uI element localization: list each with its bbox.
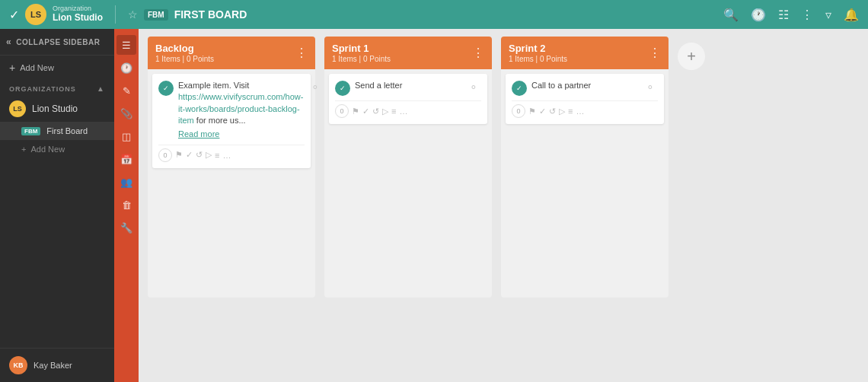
card-redo3-icon[interactable]: ↺ [549, 107, 556, 116]
sidebar-org-name: Lion Studio [32, 103, 78, 114]
board-badge: FBM [144, 9, 168, 21]
board-title: FIRST BOARD [174, 8, 247, 21]
card-more2-icon[interactable]: … [399, 107, 407, 116]
sidebar-add-new-button[interactable]: + Add New [0, 56, 114, 80]
rail-pencil-icon[interactable]: ✎ [116, 81, 136, 100]
column-body-sprint2: ✓ Call to a partner ⚬ 0 ⚑ ✓ ↺ ▷ ≡ … [501, 69, 669, 298]
board-area: Backlog 1 Items | 0 Points ⋮ ✓ Example i… [139, 29, 868, 382]
user-name: Kay Baker [34, 361, 72, 370]
column-header-left-backlog: Backlog 1 Items | 0 Points [155, 43, 214, 63]
card-icon-sprint1-0: ✓ [335, 81, 350, 96]
sidebar-org-item[interactable]: LS Lion Studio [0, 96, 114, 122]
add-column-button[interactable]: + [678, 43, 705, 70]
collapse-arrows-icon: « [6, 37, 11, 47]
navbar: ✓ LS Organization Lion Studio ☆ FBM FIRS… [0, 0, 868, 29]
rail-tools-icon[interactable]: 🔧 [116, 218, 136, 237]
card-points-sprint1-0: 0 [335, 104, 349, 118]
plus-icon: + [9, 62, 15, 74]
card-text-suffix: for more us... [196, 116, 246, 125]
card-check2-icon[interactable]: ✓ [362, 107, 369, 116]
card-text-sprint2-0: Call to a partner [531, 80, 638, 91]
column-header-backlog: Backlog 1 Items | 0 Points ⋮ [148, 37, 315, 69]
card-check3-icon[interactable]: ✓ [539, 107, 546, 116]
user-row: KB Kay Baker [0, 348, 114, 382]
card-footer-sprint1-0: 0 ⚑ ✓ ↺ ▷ ≡ … [335, 100, 481, 118]
column-menu-sprint1[interactable]: ⋮ [472, 46, 484, 60]
card-more-icon[interactable]: … [222, 151, 231, 160]
column-title-backlog: Backlog [155, 43, 214, 54]
sidebar-add-board-button[interactable]: + Add New [0, 140, 114, 158]
add-column-icon: + [687, 48, 696, 65]
org-initials: LS [30, 10, 41, 19]
card-assign-backlog-0[interactable]: ⚬ [308, 80, 323, 95]
org-name: Lion Studio [53, 12, 103, 23]
card-text-sprint1-0: Send a letter [355, 80, 461, 91]
sidebar-board-item-first[interactable]: FBM First Board [0, 122, 114, 140]
card-redo2-icon[interactable]: ↺ [372, 107, 379, 116]
sidebar-add-new-label: Add New [20, 63, 54, 72]
star-icon[interactable]: ☆ [128, 8, 138, 21]
bell-icon[interactable]: 🔔 [844, 8, 859, 22]
card-header-sprint1-0: ✓ Send a letter ⚬ [335, 80, 481, 96]
card-text-prefix: Example item. Visit [178, 81, 249, 90]
checkmark-icon: ✓ [9, 8, 19, 22]
card-footer-sprint2-0: 0 ⚑ ✓ ↺ ▷ ≡ … [512, 100, 658, 118]
card-more3-icon[interactable]: … [576, 107, 584, 116]
card-list2-icon[interactable]: ≡ [391, 107, 396, 116]
rail-clock-icon[interactable]: 🕐 [116, 58, 136, 78]
column-menu-sprint2[interactable]: ⋮ [649, 46, 661, 60]
card-play-icon[interactable]: ▷ [206, 150, 212, 160]
org-info: Organization Lion Studio [53, 5, 103, 23]
card-play3-icon[interactable]: ▷ [559, 107, 565, 116]
list-icon[interactable]: ☷ [778, 8, 789, 22]
card-backlog-0: ✓ Example item. Visit https://www.vivify… [152, 74, 311, 168]
column-header-sprint2: Sprint 2 1 Items | 0 Points ⋮ [501, 37, 669, 69]
more-icon[interactable]: ⋮ [801, 8, 813, 22]
column-header-left-sprint2: Sprint 2 1 Items | 0 Points [509, 43, 567, 63]
card-list-icon[interactable]: ≡ [215, 151, 219, 160]
card-assign-sprint1-0[interactable]: ⚬ [466, 80, 481, 95]
navbar-right: 🔍 🕐 ☷ ⋮ ▿ 🔔 [723, 8, 859, 22]
user-avatar: KB [9, 356, 27, 374]
column-header-sprint1: Sprint 1 1 Items | 0 Points ⋮ [324, 37, 492, 69]
card-assign-sprint2-0[interactable]: ⚬ [643, 80, 658, 95]
card-flag2-icon[interactable]: ⚑ [352, 107, 359, 116]
clock-icon[interactable]: 🕐 [751, 8, 766, 22]
card-sprint2-0: ✓ Call to a partner ⚬ 0 ⚑ ✓ ↺ ▷ ≡ … [506, 74, 664, 124]
organizations-label: ORGANIZATIONS [9, 85, 76, 93]
chevron-up-icon: ▲ [97, 84, 105, 93]
card-redo-icon[interactable]: ↺ [196, 150, 203, 160]
sidebar-add-board-label: Add New [30, 145, 65, 154]
rail-users-icon[interactable]: 👥 [116, 172, 136, 192]
rail-box-icon[interactable]: ◫ [116, 126, 136, 146]
sidebar-bottom: KB Kay Baker [0, 348, 114, 382]
search-icon[interactable]: 🔍 [723, 8, 739, 22]
column-title-sprint1: Sprint 1 [332, 43, 391, 54]
card-header-sprint2-0: ✓ Call to a partner ⚬ [512, 80, 658, 96]
column-backlog: Backlog 1 Items | 0 Points ⋮ ✓ Example i… [148, 37, 315, 298]
column-header-left-sprint1: Sprint 1 1 Items | 0 Points [332, 43, 391, 63]
card-flag3-icon[interactable]: ⚑ [528, 107, 536, 116]
icon-rail: ☰ 🕐 ✎ 📎 ◫ 📅 👥 🗑 🔧 [114, 29, 139, 382]
rail-calendar-icon[interactable]: 📅 [116, 149, 136, 169]
filter-icon[interactable]: ▿ [825, 8, 831, 22]
card-text-backlog-0: Example item. Visit https://www.vivifysc… [178, 80, 303, 140]
nav-divider [115, 5, 116, 24]
card-list3-icon[interactable]: ≡ [568, 107, 573, 116]
card-play2-icon[interactable]: ▷ [382, 107, 388, 116]
card-icon-backlog-0: ✓ [158, 81, 174, 96]
card-footer-backlog-0: 0 ⚑ ✓ ↺ ▷ ≡ … [158, 145, 305, 162]
organizations-section: ORGANIZATIONS ▲ [0, 80, 114, 96]
rail-paperclip-icon[interactable]: 📎 [116, 103, 136, 123]
rail-bars-icon[interactable]: ☰ [116, 35, 136, 55]
column-menu-backlog[interactable]: ⋮ [295, 46, 308, 60]
collapse-sidebar-button[interactable]: « COLLAPSE SIDEBAR [0, 29, 114, 56]
card-sprint1-0: ✓ Send a letter ⚬ 0 ⚑ ✓ ↺ ▷ ≡ … [329, 74, 487, 124]
rail-trash-icon[interactable]: 🗑 [116, 195, 136, 215]
card-icon-sprint2-0: ✓ [512, 81, 527, 96]
card-read-more-backlog-0[interactable]: Read more [178, 129, 303, 140]
card-flag-icon[interactable]: ⚑ [175, 150, 183, 160]
plus-board-icon: + [21, 145, 26, 154]
card-check-icon[interactable]: ✓ [186, 150, 193, 160]
org-avatar: LS [25, 4, 46, 25]
